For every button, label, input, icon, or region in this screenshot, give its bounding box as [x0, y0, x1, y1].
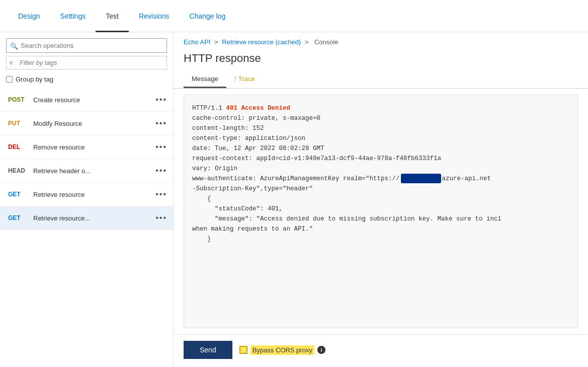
operation-retrieve-resource[interactable]: GET Retrieve resource ••• [0, 183, 173, 206]
trace-label: Trace [238, 75, 255, 83]
breadcrumb-api[interactable]: Echo API [184, 38, 210, 46]
response-line-date: date: Tue, 12 Apr 2022 08:02:28 GMT [192, 143, 569, 154]
operation-retrieve-header[interactable]: HEAD Retrieve header o... ••• [0, 159, 173, 183]
operation-name-retrieve: Retrieve resource [33, 191, 149, 198]
response-line-context: request-context: appId=cid-v1:949e7a13-d… [192, 154, 569, 164]
operation-menu-retrieve[interactable]: ••• [155, 190, 167, 199]
search-icon: 🔍 [10, 42, 18, 49]
response-line-close: } [192, 234, 569, 244]
response-body: HTTP/1.1 401 Access Denied cache-control… [184, 95, 578, 328]
send-area: Send Bypass CORS proxy i [174, 334, 588, 367]
search-input[interactable] [6, 38, 167, 53]
send-button[interactable]: Send [184, 341, 232, 359]
method-badge-get2: GET [8, 214, 27, 222]
bypass-cors-checkbox[interactable] [239, 346, 247, 354]
operation-menu-remove[interactable]: ••• [155, 142, 167, 152]
response-line-cache: cache-control: private, s-maxage=0 [192, 113, 569, 123]
method-badge-get1: GET [8, 191, 27, 198]
trace-exclamation: ! [234, 75, 236, 83]
response-line-type: content-type: application/json [192, 133, 569, 143]
operations-list: POST Create resource ••• PUT Modify Reso… [0, 88, 173, 367]
operation-name-retrieve-cached: Retrieve resource... [33, 214, 149, 222]
response-line-length: content-length: 152 [192, 123, 569, 133]
filter-input[interactable] [6, 56, 167, 69]
tab-trace[interactable]: ! Trace [226, 71, 263, 88]
bypass-cors-label: Bypass CORS proxy [250, 345, 314, 355]
method-badge-head: HEAD [8, 167, 27, 174]
group-by-tag-checkbox[interactable] [6, 76, 13, 83]
operation-name-create: Create resource [33, 96, 149, 104]
response-line-statuscode: "statusCode": 401, [192, 204, 569, 214]
tab-message[interactable]: Message [184, 71, 226, 88]
response-line-open: { [192, 194, 569, 204]
tab-revisions[interactable]: Revisions [129, 0, 180, 32]
method-badge-del: DEL [8, 143, 27, 151]
response-line-message: "message": "Access denied due to missing… [192, 214, 569, 224]
operation-create-resource[interactable]: POST Create resource ••• [0, 88, 173, 112]
operation-menu-modify[interactable]: ••• [155, 119, 167, 128]
operation-menu-retrieve-cached[interactable]: ••• [155, 213, 167, 223]
method-badge-post: POST [8, 96, 27, 103]
response-line-vary: vary: Origin [192, 164, 569, 174]
right-panel: Echo API > Retrieve resource (cached) > … [174, 32, 588, 367]
group-by-tag-label: Group by tag [16, 76, 53, 83]
operation-retrieve-resource-cached[interactable]: GET Retrieve resource... ••• [0, 206, 173, 230]
response-tabs: Message ! Trace [174, 71, 588, 89]
response-line-status: HTTP/1.1 401 Access Denied [192, 103, 569, 113]
sidebar: 🔍 ▿ Group by tag POST Create resource ••… [0, 32, 174, 367]
operation-menu-create[interactable]: ••• [155, 95, 167, 104]
group-by-tag: Group by tag [0, 74, 173, 88]
operation-remove-resource[interactable]: DEL Remove resource ••• [0, 135, 173, 159]
method-badge-put: PUT [8, 120, 27, 127]
tab-design[interactable]: Design [8, 0, 50, 32]
response-line-when: when making requests to an API." [192, 224, 569, 234]
response-status-code: 401 Access Denied [226, 105, 291, 112]
search-container: 🔍 [6, 38, 167, 53]
response-line-subkey: -Subscription-Key",type="header" [192, 184, 569, 194]
operation-menu-header[interactable]: ••• [155, 166, 167, 175]
operation-name-header: Retrieve header o... [33, 167, 149, 175]
response-title: HTTP response [174, 50, 588, 71]
blurred-url [401, 174, 441, 183]
response-line-auth: www-authenticate: AzureApiManagementKey … [192, 174, 569, 184]
filter-container: ▿ [6, 56, 167, 69]
breadcrumb-operation[interactable]: Retrieve resource (cached) [222, 38, 301, 46]
breadcrumb-sep2: > [305, 38, 309, 46]
response-http-prefix: HTTP/1.1 [192, 105, 226, 112]
main-layout: 🔍 ▿ Group by tag POST Create resource ••… [0, 32, 588, 367]
tab-test[interactable]: Test [96, 0, 129, 32]
bypass-cors-container: Bypass CORS proxy i [239, 345, 325, 355]
breadcrumb-page: Console [314, 38, 339, 46]
top-nav: Design Settings Test Revisions Change lo… [0, 0, 588, 32]
breadcrumb-sep1: > [214, 38, 218, 46]
tab-changelog[interactable]: Change log [180, 0, 236, 32]
tab-settings[interactable]: Settings [50, 0, 96, 32]
breadcrumb: Echo API > Retrieve resource (cached) > … [174, 32, 588, 50]
operation-modify-resource[interactable]: PUT Modify Resource ••• [0, 112, 173, 135]
operation-name-remove: Remove resource [33, 143, 149, 151]
info-icon[interactable]: i [317, 346, 325, 354]
operation-name-modify: Modify Resource [33, 120, 149, 127]
filter-icon: ▿ [10, 59, 13, 66]
